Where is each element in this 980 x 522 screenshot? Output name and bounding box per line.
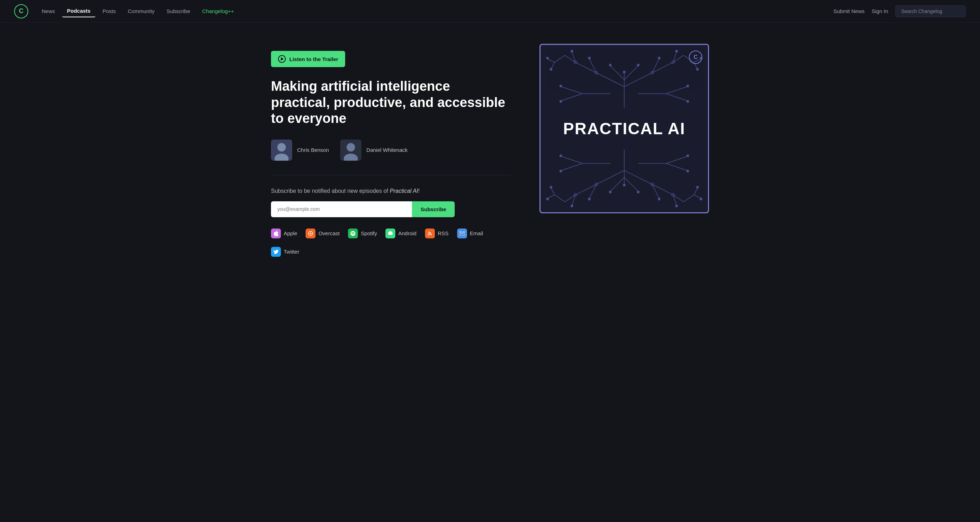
- svg-point-79: [609, 191, 611, 193]
- svg-point-42: [550, 68, 552, 70]
- svg-point-7: [310, 233, 311, 234]
- svg-point-81: [588, 198, 590, 200]
- svg-point-40: [676, 50, 678, 52]
- svg-line-75: [684, 195, 694, 202]
- svg-line-26: [673, 56, 684, 62]
- svg-point-86: [550, 186, 552, 188]
- nav-link-podcasts[interactable]: Podcasts: [62, 5, 96, 17]
- svg-line-76: [694, 195, 701, 198]
- left-column: Listen to the Trailer Making artificial …: [271, 44, 511, 257]
- platform-rss[interactable]: RSS: [425, 228, 449, 238]
- svg-point-12: [389, 232, 390, 232]
- nav-link-community[interactable]: Community: [123, 5, 160, 17]
- overcast-icon: [305, 228, 315, 238]
- svg-line-54: [666, 94, 687, 101]
- svg-line-63: [624, 177, 638, 191]
- svg-point-13: [391, 232, 391, 232]
- play-icon: [278, 55, 286, 63]
- site-logo[interactable]: C: [14, 4, 28, 18]
- svg-line-24: [652, 62, 673, 73]
- svg-line-60: [597, 171, 624, 185]
- nav-link-subscribe[interactable]: Subscribe: [162, 5, 196, 17]
- submit-news-link[interactable]: Submit News: [834, 8, 864, 14]
- svg-line-20: [576, 62, 597, 73]
- svg-point-37: [588, 57, 590, 59]
- svg-line-29: [547, 59, 555, 62]
- main-content: Listen to the Trailer Making artificial …: [243, 22, 737, 278]
- section-divider: [271, 175, 511, 175]
- svg-point-44: [696, 68, 698, 70]
- svg-point-56: [560, 100, 562, 102]
- svg-line-65: [589, 184, 597, 198]
- host-1-avatar: [271, 140, 292, 161]
- host-1-name: Chris Benson: [297, 147, 329, 153]
- svg-line-51: [562, 87, 582, 94]
- svg-line-73: [547, 195, 555, 198]
- rss-icon: [425, 228, 435, 238]
- host-2-avatar: [340, 140, 361, 161]
- email-icon: [457, 228, 467, 238]
- svg-point-102: [687, 155, 689, 157]
- subscribe-button[interactable]: Subscribe: [412, 202, 455, 217]
- svg-point-78: [623, 184, 625, 186]
- svg-line-96: [562, 157, 582, 163]
- subscribe-form: Subscribe: [271, 202, 455, 217]
- svg-point-39: [658, 57, 660, 59]
- search-input[interactable]: Search Changelog: [895, 5, 966, 17]
- svg-line-28: [555, 56, 565, 62]
- platform-twitter[interactable]: Twitter: [271, 247, 299, 257]
- platform-overcast[interactable]: Overcast: [305, 228, 339, 238]
- host-2: Daniel Whitenack: [340, 140, 408, 161]
- platform-email[interactable]: Email: [457, 228, 483, 238]
- svg-line-25: [652, 59, 659, 73]
- android-icon: [385, 228, 395, 238]
- svg-point-85: [547, 198, 549, 200]
- svg-line-19: [624, 66, 638, 80]
- svg-line-22: [565, 56, 576, 62]
- platform-android[interactable]: Android: [385, 228, 417, 238]
- svg-line-68: [652, 184, 673, 195]
- twitter-icon: [271, 247, 281, 257]
- svg-point-41: [547, 57, 549, 59]
- nav-link-news[interactable]: News: [37, 5, 60, 17]
- svg-line-72: [555, 195, 565, 202]
- svg-line-52: [562, 94, 582, 101]
- nav-right: Submit News Sign In Search Changelog: [834, 5, 966, 17]
- svg-line-95: [562, 163, 582, 171]
- svg-line-17: [624, 73, 652, 87]
- platform-spotify[interactable]: Spotify: [348, 228, 377, 238]
- svg-line-74: [551, 188, 555, 195]
- platform-apple[interactable]: Apple: [271, 228, 297, 238]
- svg-point-99: [560, 170, 562, 172]
- email-input[interactable]: [271, 202, 412, 217]
- host-2-name: Daniel Whitenack: [366, 147, 408, 153]
- svg-line-97: [666, 163, 687, 171]
- podcast-cover-column: C PRACTICAL AI: [539, 44, 709, 213]
- svg-point-100: [560, 155, 562, 157]
- svg-line-61: [624, 171, 652, 185]
- svg-line-64: [576, 184, 597, 195]
- svg-line-16: [597, 73, 624, 87]
- hosts-section: Chris Benson Daniel Whitenack: [271, 140, 511, 161]
- nav-link-changelog-plus[interactable]: Changelog++: [197, 5, 239, 17]
- svg-line-53: [666, 87, 687, 94]
- svg-point-55: [560, 85, 562, 87]
- svg-point-82: [571, 205, 573, 207]
- svg-point-87: [700, 198, 702, 200]
- svg-point-84: [676, 205, 678, 207]
- svg-point-83: [658, 198, 660, 200]
- cover-title: PRACTICAL AI: [563, 120, 686, 138]
- nav-link-posts[interactable]: Posts: [97, 5, 121, 17]
- svg-line-70: [673, 195, 684, 202]
- svg-point-38: [571, 50, 573, 52]
- svg-point-58: [687, 100, 689, 102]
- sign-in-link[interactable]: Sign In: [872, 8, 888, 14]
- svg-point-36: [637, 64, 640, 66]
- svg-line-21: [589, 59, 597, 73]
- nav-links: News Podcasts Posts Community Subscribe …: [37, 5, 834, 17]
- trailer-button[interactable]: Listen to the Trailer: [271, 51, 345, 67]
- svg-line-69: [652, 184, 659, 198]
- svg-line-66: [565, 195, 576, 202]
- svg-point-80: [637, 191, 640, 193]
- cover-logo: C: [689, 51, 702, 64]
